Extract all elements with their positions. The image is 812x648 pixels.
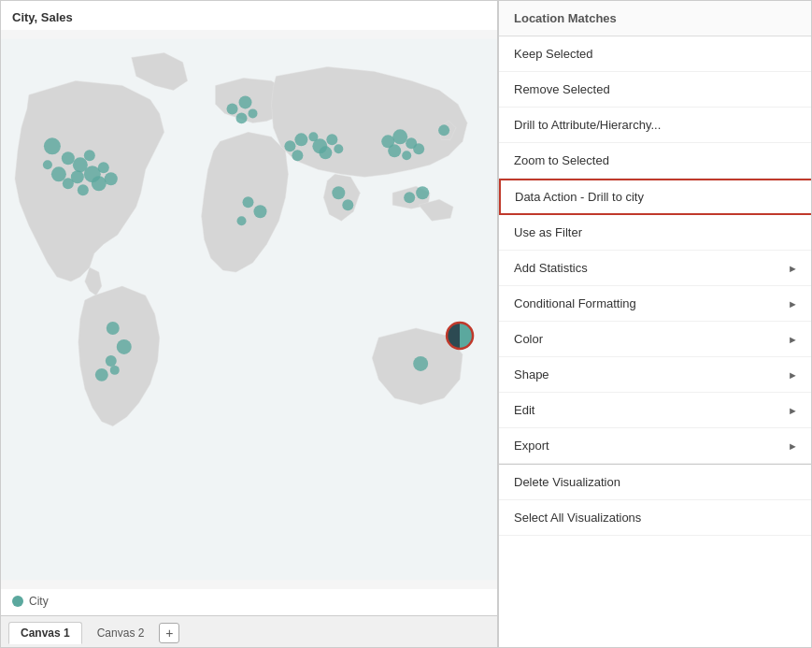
menu-item-label: Edit: [514, 403, 534, 417]
svg-point-34: [388, 144, 401, 157]
svg-point-2: [62, 151, 75, 165]
svg-point-21: [249, 108, 258, 118]
svg-point-9: [105, 172, 118, 185]
menu-item-remove-selected[interactable]: Remove Selected: [499, 72, 812, 108]
menu-item-zoom-selected[interactable]: Zoom to Selected: [499, 143, 812, 179]
map-panel: City, Sales: [1, 1, 498, 648]
svg-point-17: [95, 368, 108, 382]
svg-point-1: [44, 137, 61, 154]
svg-point-40: [253, 205, 266, 218]
svg-point-15: [117, 339, 132, 354]
svg-point-30: [334, 144, 343, 153]
menu-item-label: Use as Filter: [514, 225, 582, 239]
menu-item-label: Select All Visualizations: [514, 511, 641, 525]
svg-point-32: [392, 129, 407, 144]
svg-point-43: [438, 124, 449, 136]
svg-point-45: [416, 186, 429, 199]
svg-point-39: [243, 196, 254, 208]
submenu-arrow-icon: ►: [788, 405, 798, 416]
svg-point-42: [413, 356, 428, 371]
svg-point-35: [402, 151, 411, 160]
menu-item-label: Location Matches: [514, 11, 617, 25]
svg-point-4: [84, 150, 95, 161]
svg-point-11: [51, 166, 66, 181]
svg-point-29: [319, 146, 332, 159]
svg-point-38: [342, 199, 353, 210]
menu-item-label: Delete Visualization: [514, 475, 620, 489]
tab-bar: Canvas 1 Canvas 2 +: [1, 615, 497, 648]
menu-item-label: Export: [514, 439, 549, 453]
menu-item-label: Shape: [514, 367, 549, 382]
menu-item-delete-visualization[interactable]: Delete Visualization: [499, 464, 812, 500]
chart-title: City, Sales: [1, 1, 497, 30]
svg-point-23: [284, 140, 295, 151]
tab-add-button[interactable]: +: [159, 623, 179, 643]
submenu-arrow-icon: ►: [788, 263, 798, 274]
svg-point-12: [43, 160, 52, 169]
tab-canvas2[interactable]: Canvas 2: [86, 623, 156, 643]
menu-item-label: Remove Selected: [514, 82, 610, 96]
menu-item-drill-attribute[interactable]: Drill to Attribute/Hierarchy...: [499, 108, 812, 143]
menu-item-label: Color: [514, 332, 543, 346]
submenu-arrow-icon: ►: [788, 334, 798, 345]
menu-item-shape[interactable]: Shape ►: [499, 357, 812, 393]
svg-point-18: [110, 366, 120, 375]
svg-point-7: [98, 162, 109, 173]
menu-item-use-as-filter[interactable]: Use as Filter: [499, 215, 812, 251]
svg-point-14: [107, 322, 120, 335]
svg-point-28: [326, 134, 337, 145]
svg-point-37: [332, 186, 345, 199]
submenu-arrow-icon: ►: [788, 440, 798, 452]
menu-item-keep-selected[interactable]: Keep Selected: [499, 36, 812, 72]
svg-point-41: [237, 216, 247, 225]
submenu-arrow-icon: ►: [788, 369, 798, 381]
map-legend: City: [1, 589, 497, 615]
svg-point-13: [78, 184, 89, 195]
menu-item-edit[interactable]: Edit ►: [499, 393, 812, 428]
legend-dot: [12, 596, 23, 607]
svg-point-44: [404, 192, 415, 203]
legend-label: City: [29, 595, 49, 608]
world-map-svg: [1, 30, 497, 589]
tab-canvas1[interactable]: Canvas 1: [8, 622, 82, 644]
svg-point-22: [236, 112, 248, 123]
menu-item-label: Zoom to Selected: [514, 153, 609, 167]
submenu-arrow-icon: ►: [788, 298, 798, 310]
svg-point-16: [106, 355, 117, 367]
app-container: City, Sales: [1, 1, 812, 648]
menu-item-label: Data Action - Drill to city: [515, 190, 644, 204]
svg-point-20: [239, 95, 252, 108]
menu-item-label: Conditional Formatting: [514, 296, 636, 310]
menu-item-label: Add Statistics: [514, 261, 588, 275]
menu-item-export[interactable]: Export ►: [499, 428, 812, 464]
svg-point-36: [413, 143, 424, 154]
svg-point-24: [294, 133, 307, 146]
menu-item-data-action-drill[interactable]: Data Action - Drill to city: [499, 179, 812, 215]
menu-item-conditional-formatting[interactable]: Conditional Formatting ►: [499, 286, 812, 322]
menu-item-location-matches: Location Matches: [499, 1, 812, 36]
map-area[interactable]: [1, 30, 497, 589]
svg-point-8: [92, 176, 107, 191]
menu-item-color[interactable]: Color ►: [499, 322, 812, 357]
menu-item-add-statistics[interactable]: Add Statistics ►: [499, 251, 812, 286]
svg-point-10: [63, 178, 74, 189]
menu-item-label: Keep Selected: [514, 47, 593, 61]
menu-item-select-all[interactable]: Select All Visualizations: [499, 500, 812, 536]
menu-item-label: Drill to Attribute/Hierarchy...: [514, 118, 661, 132]
svg-point-26: [292, 150, 303, 161]
svg-point-19: [227, 103, 238, 114]
context-menu: Location Matches Keep Selected Remove Se…: [498, 1, 812, 648]
